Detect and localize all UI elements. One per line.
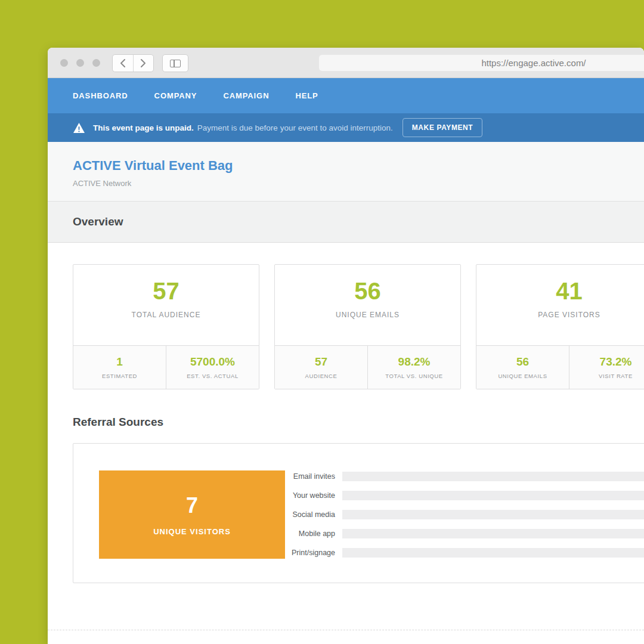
make-payment-button[interactable]: MAKE PAYMENT: [402, 118, 483, 137]
history-nav-group: [112, 54, 154, 72]
window-control-dot[interactable]: [76, 59, 84, 67]
bar-row: Print/signage: [285, 543, 644, 562]
unique-visitors-label: UNIQUE VISITORS: [99, 527, 285, 536]
bar-row: Mobile app: [285, 524, 644, 543]
stat-card-total-audience: 57 TOTAL AUDIENCE 1 ESTIMATED 5700.0% ES…: [73, 264, 259, 389]
bar-category-label: Mobile app: [285, 530, 342, 538]
substat-label: TOTAL VS. UNIQUE: [385, 373, 443, 379]
alert-bold-text: This event page is unpaid.: [93, 123, 194, 132]
page-title: ACTIVE Virtual Event Bag: [73, 158, 619, 174]
sidebar-toggle-button[interactable]: [162, 54, 188, 72]
substat: 98.2% TOTAL VS. UNIQUE: [367, 346, 460, 389]
nav-item-company[interactable]: COMPANY: [154, 91, 197, 100]
warning-icon: [73, 122, 85, 134]
stat-label: TOTAL AUDIENCE: [73, 311, 259, 319]
chevron-left-icon: [120, 59, 126, 67]
stat-cards-row: 57 TOTAL AUDIENCE 1 ESTIMATED 5700.0% ES…: [48, 243, 644, 389]
stat-card-page-visitors: 41 PAGE VISITORS 56 UNIQUE EMAILS 73.2% …: [476, 264, 644, 389]
chevron-right-icon: [140, 59, 146, 67]
referral-sources-heading: Referral Sources: [73, 416, 644, 429]
unpaid-alert-banner: This event page is unpaid. Payment is du…: [48, 113, 644, 142]
bar-track: [342, 510, 644, 519]
alert-text: Payment is due before your event to avoi…: [197, 123, 393, 132]
stat-card-top: 57 TOTAL AUDIENCE: [73, 265, 259, 345]
substat-label: EST. VS. ACTUAL: [187, 373, 239, 379]
substat: 56 UNIQUE EMAILS: [476, 346, 569, 389]
stat-card-unique-emails: 56 UNIQUE EMAILS 57 AUDIENCE 98.2% TOTAL…: [274, 264, 461, 389]
nav-item-dashboard[interactable]: DASHBOARD: [73, 91, 128, 100]
stat-card-top: 41 PAGE VISITORS: [476, 265, 644, 345]
overview-heading: Overview: [73, 215, 123, 228]
bar-track: [342, 529, 644, 538]
substat-label: UNIQUE EMAILS: [498, 373, 547, 379]
sidebar-icon: [170, 60, 181, 67]
bar-row: Social media: [285, 505, 644, 524]
bar-row: Your website: [285, 486, 644, 505]
window-control-dot[interactable]: [92, 59, 100, 67]
substat: 5700.0% EST. VS. ACTUAL: [166, 346, 259, 389]
bar-track: [342, 472, 644, 481]
bar-category-label: Email invites: [285, 472, 342, 481]
stat-card-bottom: 1 ESTIMATED 5700.0% EST. VS. ACTUAL: [73, 345, 259, 389]
stat-label: PAGE VISITORS: [476, 311, 644, 319]
unique-visitors-value: 7: [99, 493, 285, 518]
bar-category-label: Social media: [285, 510, 342, 519]
stat-value: 41: [476, 278, 644, 305]
window-control-dot[interactable]: [60, 59, 68, 67]
substat: 73.2% VISIT RATE: [569, 346, 644, 389]
substat-label: AUDIENCE: [305, 373, 338, 379]
browser-window: https://engage.active.com/ DASHBOARD COM…: [48, 48, 644, 644]
substat: 1 ESTIMATED: [73, 346, 166, 389]
url-text: https://engage.active.com/: [481, 58, 586, 68]
substat: 57 AUDIENCE: [275, 346, 367, 389]
substat-value: 73.2%: [600, 355, 632, 369]
nav-item-campaign[interactable]: CAMPAIGN: [223, 91, 269, 100]
back-button[interactable]: [113, 55, 134, 72]
stat-label: UNIQUE EMAILS: [275, 311, 460, 319]
page-subtitle: ACTIVE Network: [73, 179, 619, 188]
substat-label: ESTIMATED: [102, 373, 137, 379]
stat-value: 57: [73, 278, 259, 305]
forward-button[interactable]: [134, 55, 154, 72]
bar-category-label: Your website: [285, 491, 342, 500]
stat-card-top: 56 UNIQUE EMAILS: [275, 265, 460, 345]
stat-card-bottom: 56 UNIQUE EMAILS 73.2% VISIT RATE: [476, 345, 644, 389]
substat-label: VISIT RATE: [599, 373, 633, 379]
browser-chrome: https://engage.active.com/: [48, 48, 644, 78]
stat-card-bottom: 57 AUDIENCE 98.2% TOTAL VS. UNIQUE: [275, 345, 460, 389]
content-area: 57 TOTAL AUDIENCE 1 ESTIMATED 5700.0% ES…: [48, 243, 644, 583]
bar-track: [342, 548, 644, 558]
bottom-divider: [48, 630, 644, 630]
unique-visitors-box: 7 UNIQUE VISITORS: [99, 470, 285, 559]
page-header: ACTIVE Virtual Event Bag ACTIVE Network: [48, 142, 644, 201]
substat-value: 5700.0%: [190, 355, 235, 369]
referral-sources-card: 7 UNIQUE VISITORS Email invites Your web…: [73, 443, 644, 583]
nav-item-help[interactable]: HELP: [295, 91, 318, 100]
url-bar[interactable]: https://engage.active.com/: [319, 55, 644, 71]
substat-value: 57: [315, 355, 327, 369]
bar-row: Email invites: [285, 467, 644, 486]
referral-bar-chart: Email invites Your website Social media …: [285, 467, 644, 562]
top-nav: DASHBOARD COMPANY CAMPAIGN HELP: [48, 78, 644, 113]
substat-value: 98.2%: [398, 355, 431, 369]
stat-value: 56: [275, 278, 460, 305]
substat-value: 56: [516, 355, 529, 369]
bar-track: [342, 491, 644, 500]
bar-category-label: Print/signage: [285, 549, 342, 557]
substat-value: 1: [116, 355, 123, 369]
overview-section-header: Overview: [48, 201, 644, 243]
